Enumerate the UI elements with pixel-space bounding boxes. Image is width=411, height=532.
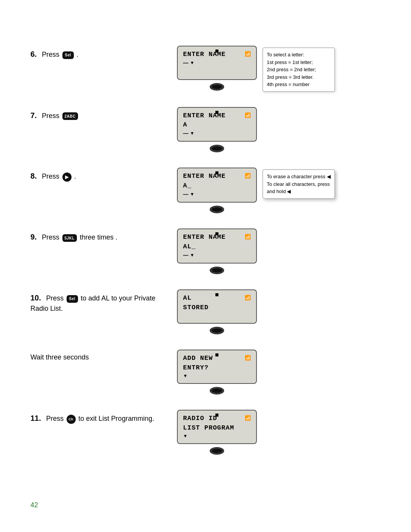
step-9-left: 9. Press 5JKL three times . xyxy=(30,228,175,243)
step-6-signal: 📶 xyxy=(245,51,251,57)
step-11-left: 11. Press Clr to exit List Programming. xyxy=(30,410,175,424)
step-9-lcd-bottom: AL_ xyxy=(183,243,251,251)
step-8-row: 8. Press ▶ . ENTER NAME 📶 A_ — ▼ xyxy=(30,168,381,213)
step-11-number: 11. xyxy=(30,414,41,422)
step-7-lcd: ENTER NAME 📶 A — ▼ xyxy=(177,107,257,142)
tooltip-6-text: To select a letter:1st press = 1st lette… xyxy=(267,52,316,87)
step-9-cursor: — ▼ xyxy=(183,252,251,258)
step-11-lcd-bottom: LIST PROGRAM xyxy=(183,424,251,433)
wait-right-empty xyxy=(259,350,335,351)
step-6-cursor: — ▼ xyxy=(183,60,251,66)
step-11-screen-button xyxy=(210,447,224,455)
step-8-cursor: — ▼ xyxy=(183,191,251,197)
step-11-row: 11. Press Clr to exit List Programming. … xyxy=(30,410,381,455)
step-6-text-before: Press xyxy=(42,51,59,58)
step-10-lcd-bottom: STORED xyxy=(183,304,251,312)
step-8-number: 8. xyxy=(30,172,37,180)
step-9-text-after: three times . xyxy=(80,233,117,241)
step-8-tooltip: To erase a character press ◀To clear all… xyxy=(259,168,335,199)
wait-screen-area: ADD NEW 📶 ENTRY? ▼ xyxy=(175,350,259,395)
step-6-row: 6. Press Sel . ENTER NAME 📶 — ▼ xyxy=(30,46,381,92)
step-8-screen-button xyxy=(210,206,224,213)
step-8-text-after: . xyxy=(74,173,76,180)
step-10-number: 10. xyxy=(30,294,41,302)
step-10-text-before: Press xyxy=(46,294,64,302)
step-8-button: ▶ xyxy=(62,173,72,182)
step-7-lcd-bottom: A xyxy=(183,121,251,129)
step-10-screen-button xyxy=(210,327,224,334)
step-11-text-after: to exit List Programming. xyxy=(78,415,154,422)
step-7-left: 7. Press 2ABC xyxy=(30,107,175,121)
step-8-lcd-indicator xyxy=(215,171,218,174)
step-11-cursor: ▼ xyxy=(183,433,251,439)
step-8-lcd: ENTER NAME 📶 A_ — ▼ xyxy=(177,168,257,203)
step-6-number: 6. xyxy=(30,50,37,58)
step-10-lcd-indicator xyxy=(215,293,218,296)
step-8-lcd-bottom: A_ xyxy=(183,182,251,190)
step-8-screen-area: ENTER NAME 📶 A_ — ▼ xyxy=(175,168,259,213)
step-9-lcd-main: ENTER NAME xyxy=(183,233,226,242)
step-11-button: Clr xyxy=(67,415,76,424)
wait-lcd-main: ADD NEW xyxy=(183,354,213,363)
step-10-lcd: AL 📶 STORED xyxy=(177,289,257,324)
step-6-lcd-main: ENTER NAME xyxy=(183,50,226,59)
step-7-signal: 📶 xyxy=(245,112,251,118)
step-7-right-empty xyxy=(259,107,335,109)
step-6-text-after: . xyxy=(76,51,78,58)
step-9-row: 9. Press 5JKL three times . ENTER NAME 📶… xyxy=(30,228,381,274)
step-9-screen-area: ENTER NAME 📶 AL_ — ▼ xyxy=(175,228,259,274)
step-7-screen-area: ENTER NAME 📶 A — ▼ xyxy=(175,107,259,153)
step-6-screen-button xyxy=(210,83,224,91)
wait-signal: 📶 xyxy=(245,355,251,361)
step-6-lcd: ENTER NAME 📶 — ▼ xyxy=(177,46,257,80)
tooltip-8-text: To erase a character press ◀To clear all… xyxy=(267,174,331,194)
step-6-tooltip-box: To select a letter:1st press = 1st lette… xyxy=(263,48,335,92)
step-7-cursor: — ▼ xyxy=(183,130,251,136)
wait-lcd-bottom: ENTRY? xyxy=(183,364,251,372)
step-9-text-before: Press xyxy=(42,233,59,241)
step-10-lcd-main: AL xyxy=(183,294,191,303)
step-9-number: 9. xyxy=(30,233,37,241)
step-7-lcd-indicator xyxy=(215,111,218,114)
wait-lcd: ADD NEW 📶 ENTRY? ▼ xyxy=(177,350,257,384)
step-11-right-empty xyxy=(259,410,335,412)
page: 6. Press Sel . ENTER NAME 📶 — ▼ xyxy=(0,0,411,532)
step-6-tooltip: To select a letter:1st press = 1st lette… xyxy=(259,46,335,92)
wait-text: Wait three seconds xyxy=(30,350,89,361)
step-10-screen-area: AL 📶 STORED xyxy=(175,289,259,334)
step-7-number: 7. xyxy=(30,111,37,120)
step-8-left: 8. Press ▶ . xyxy=(30,168,175,182)
step-10-left: 10. Press Sel to add AL to your Private … xyxy=(30,289,175,314)
step-8-text-before: Press xyxy=(42,173,59,180)
step-9-lcd: ENTER NAME 📶 AL_ — ▼ xyxy=(177,228,257,264)
step-9-button: 5JKL xyxy=(62,234,77,242)
step-11-lcd: RADIO ID 📶 LIST PROGRAM ▼ xyxy=(177,410,257,444)
step-11-lcd-main: RADIO ID xyxy=(183,414,217,423)
step-6-screen-area: ENTER NAME 📶 — ▼ xyxy=(175,46,259,91)
step-11-screen-area: RADIO ID 📶 LIST PROGRAM ▼ xyxy=(175,410,259,455)
step-10-row: 10. Press Sel to add AL to your Private … xyxy=(30,289,381,334)
step-7-text-before: Press xyxy=(42,112,59,120)
step-8-signal: 📶 xyxy=(245,173,251,179)
step-7-row: 7. Press 2ABC ENTER NAME 📶 A — ▼ xyxy=(30,107,381,153)
wait-lcd-indicator xyxy=(215,353,218,356)
step-9-right-empty xyxy=(259,228,335,230)
step-7-screen-button xyxy=(210,145,224,152)
step-8-tooltip-box: To erase a character press ◀To clear all… xyxy=(263,169,335,199)
step-9-screen-button xyxy=(210,267,224,274)
page-number: 42 xyxy=(30,501,38,509)
wait-cursor: ▼ xyxy=(183,373,251,379)
step-9-lcd-indicator xyxy=(215,232,218,235)
wait-row: Wait three seconds ADD NEW 📶 ENTRY? ▼ xyxy=(30,350,381,395)
step-10-right-empty xyxy=(259,289,335,291)
step-10-signal: 📶 xyxy=(245,295,251,300)
wait-screen-button xyxy=(210,387,224,395)
step-6-lcd-indicator xyxy=(215,50,218,53)
step-6-button: Sel xyxy=(62,51,74,59)
step-9-signal: 📶 xyxy=(245,234,251,240)
step-7-button: 2ABC xyxy=(62,112,78,120)
step-7-lcd-main: ENTER NAME xyxy=(183,112,226,120)
step-11-text-before: Press xyxy=(46,415,64,422)
step-6-left: 6. Press Sel . xyxy=(30,46,175,60)
step-10-button: Sel xyxy=(67,295,78,303)
